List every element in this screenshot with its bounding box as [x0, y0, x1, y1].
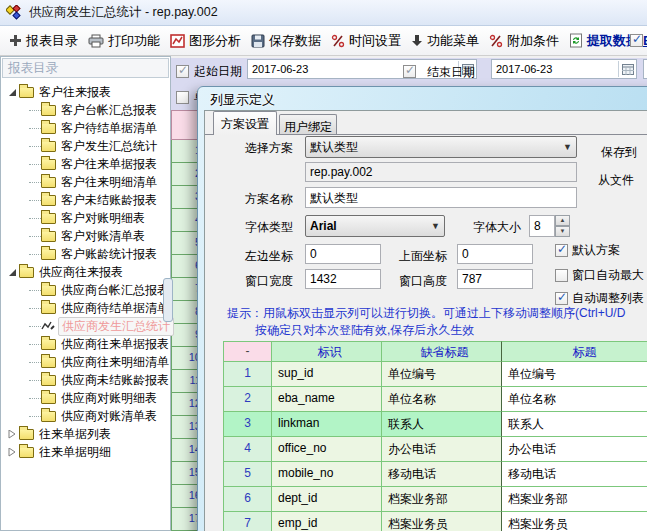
tab-user-binding[interactable]: 用户绑定 [279, 114, 337, 135]
folder-icon [41, 141, 56, 152]
end-date-checkbox[interactable] [403, 65, 416, 78]
scheme-name-input[interactable]: 默认类型 [305, 187, 577, 208]
chevron-down-icon: ▼ [563, 142, 572, 152]
start-date-checkbox[interactable] [176, 65, 189, 78]
folder-icon [41, 339, 56, 350]
folder-icon [41, 249, 56, 260]
toolbar-button-extra-condition[interactable]: 附加条件 [487, 30, 561, 52]
spin-down-icon[interactable]: ▼ [555, 226, 570, 237]
sidebar-item[interactable]: 往来单据列表 [1, 425, 111, 443]
folder-icon [41, 159, 56, 170]
sidebar-item[interactable]: 供应商待结单据清单 [1, 299, 169, 317]
toolbar-button-graph[interactable]: 图形分析 [168, 30, 243, 52]
folder-icon [41, 411, 56, 422]
folder-icon [19, 267, 34, 278]
refresh-icon [569, 33, 583, 48]
table-row-selected[interactable]: 3linkman联系人联系人 [223, 412, 647, 437]
app-icon [6, 5, 22, 21]
sidebar-item[interactable]: 供应商对账明细表 [1, 389, 157, 407]
sidebar-item[interactable]: 客户往来明细清单 [1, 173, 157, 191]
window-height-label: 窗口高度 [399, 273, 447, 290]
table-row[interactable]: 7emp_id档案业务员档案业务员 [223, 512, 647, 531]
red-pen-icon [489, 34, 503, 48]
folder-icon [41, 285, 56, 296]
row2-checkbox[interactable] [176, 91, 189, 104]
save-to-button[interactable]: 保存到 [601, 144, 637, 161]
active-report-icon [41, 320, 56, 332]
clipped-field [643, 59, 647, 79]
report-catalog-panel: 报表目录 客户往来报表 客户台帐汇总报表 客户待结单据清单 客户发生汇总统计 客… [0, 56, 171, 531]
sidebar-item[interactable]: 供应商往来明细清单 [1, 353, 169, 371]
sidebar-item[interactable]: 客户对账清单表 [1, 227, 145, 245]
sidebar-item[interactable]: 客户往来报表 [1, 83, 111, 101]
tree-expanded-icon[interactable] [5, 268, 19, 277]
toolbar-button-time-setting[interactable]: 时间设置 [329, 30, 403, 52]
scheme-select[interactable]: 默认类型▼ [305, 136, 577, 158]
tree-collapsed-icon[interactable] [5, 430, 19, 439]
chevron-down-icon: ▼ [431, 221, 440, 231]
dialog-title: 列显示定义 [210, 91, 275, 109]
default-scheme-checkbox[interactable]: 默认方案 [555, 242, 620, 259]
sidebar-item[interactable]: 客户未结账龄报表 [1, 191, 157, 209]
down-arrow-icon [411, 34, 423, 47]
table-row[interactable]: 1sup_id单位编号单位编号 [223, 362, 647, 387]
folder-icon [41, 213, 56, 224]
toolbar-button-print[interactable]: 打印功能 [86, 30, 162, 52]
sidebar-item[interactable]: 客户账龄统计报表 [1, 245, 157, 263]
toolbar-button-save[interactable]: 保存数据 [249, 30, 323, 52]
folder-icon [19, 447, 34, 458]
title-bar: 供应商发生汇总统计 - rep.pay.002 [0, 0, 647, 26]
end-date-input[interactable]: 2017-06-23 [491, 59, 637, 79]
font-select[interactable]: Arial▼ [305, 215, 445, 237]
sidebar-item[interactable]: 供应商未结账龄报表 [1, 371, 169, 389]
folder-icon [41, 177, 56, 188]
folder-icon [41, 123, 56, 134]
tree-collapsed-icon[interactable] [5, 448, 19, 457]
window-title: 供应商发生汇总统计 - rep.pay.002 [29, 4, 218, 21]
top-coord-input[interactable]: 0 [457, 244, 533, 264]
sidebar-item[interactable]: 往来单据明细 [1, 443, 111, 461]
table-row[interactable]: 6dept_id档案业务部档案业务部 [223, 487, 647, 512]
left-coord-input[interactable]: 0 [305, 244, 381, 264]
auto-maximize-checkbox[interactable]: 窗口自动最大 [555, 267, 644, 284]
table-row[interactable]: 2eba_name单位名称单位名称 [223, 387, 647, 412]
sidebar-item[interactable]: 客户发生汇总统计 [1, 137, 157, 155]
window-height-input[interactable]: 787 [457, 269, 533, 289]
table-row[interactable]: 5mobile_no移动电话移动电话 [223, 462, 647, 487]
sidebar-item[interactable]: 供应商台帐汇总报表 [1, 281, 169, 299]
sidebar-item[interactable]: 客户往来单据报表 [1, 155, 157, 173]
window-width-input[interactable]: 1432 [305, 269, 381, 289]
folder-icon [41, 195, 56, 206]
sidebar-item[interactable]: 客户对账明细表 [1, 209, 145, 227]
printer-icon [88, 34, 104, 48]
end-date-label: 结束日期 [427, 64, 475, 81]
font-size-stepper[interactable]: 8 ▲▼ [529, 215, 570, 237]
table-header-row: - 标识 缺省标题 标题 [223, 341, 647, 362]
sidebar-item[interactable]: 供应商往来单据报表 [1, 335, 169, 353]
column-definition-table: - 标识 缺省标题 标题 1sup_id单位编号单位编号 2eba_name单位… [223, 341, 647, 531]
folder-icon [19, 87, 34, 98]
sidebar-item[interactable]: 客户待结单据清单 [1, 119, 157, 137]
sidebar-item[interactable]: 客户台帐汇总报表 [1, 101, 157, 119]
splitter-handle[interactable] [163, 278, 173, 322]
start-date-label: 起始日期 [194, 63, 242, 80]
red-pen-icon [331, 34, 345, 48]
folder-icon [41, 105, 56, 116]
toolbar-button-report-catalog[interactable]: 报表目录 [7, 30, 80, 52]
from-file-button[interactable]: 从文件 [598, 172, 634, 189]
sidebar-item[interactable]: 供应商对账清单表 [1, 407, 157, 425]
folder-icon [41, 357, 56, 368]
tree-expanded-icon[interactable] [5, 88, 19, 97]
sidebar-item[interactable]: 供应商往来报表 [1, 263, 123, 281]
spin-up-icon[interactable]: ▲ [555, 215, 570, 226]
save-icon [251, 34, 265, 48]
calendar-icon[interactable] [618, 61, 636, 77]
table-row[interactable]: 4office_no办公电话办公电话 [223, 437, 647, 462]
toolbar-button-function-menu[interactable]: 功能菜单 [409, 30, 481, 52]
sidebar-header: 报表目录 [2, 58, 169, 78]
hint-line-1: 提示：用鼠标双击显示列可以进行切换。可通过上下移动调整顺序(Ctrl+U/D [227, 305, 625, 322]
toolbar-checkbox[interactable] [630, 34, 643, 47]
sidebar-item-selected[interactable]: 供应商发生汇总统计 [1, 317, 174, 335]
tab-scheme-settings[interactable]: 方案设置 [213, 111, 277, 135]
window-width-label: 窗口宽度 [245, 273, 293, 290]
